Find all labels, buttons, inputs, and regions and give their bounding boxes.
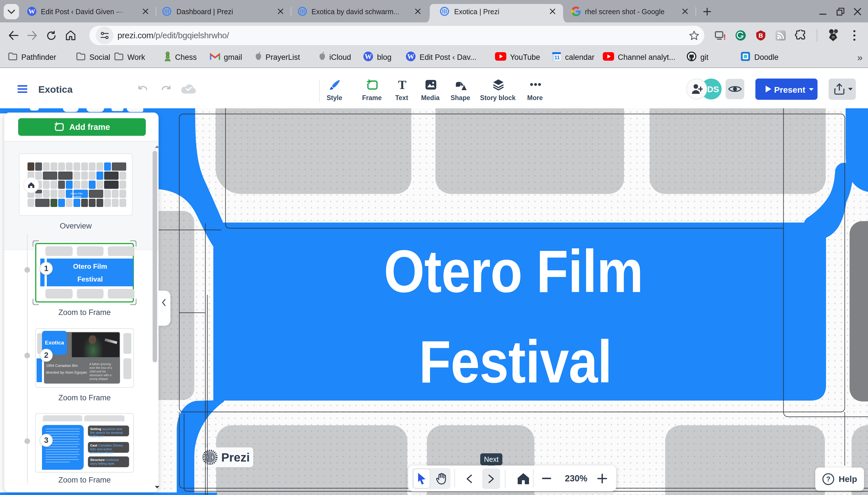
svg-text:!: ! bbox=[723, 33, 725, 41]
svg-text:Otero Film: Otero Film bbox=[71, 192, 83, 195]
svg-text:W: W bbox=[28, 8, 35, 15]
svg-text:B: B bbox=[758, 32, 763, 39]
svg-text:20: 20 bbox=[831, 36, 835, 39]
svg-text:?: ? bbox=[826, 475, 831, 483]
svg-text:W: W bbox=[407, 53, 414, 61]
svg-text:W: W bbox=[365, 53, 372, 61]
svg-text:11: 11 bbox=[554, 55, 560, 61]
svg-text:Festival: Festival bbox=[72, 195, 81, 198]
